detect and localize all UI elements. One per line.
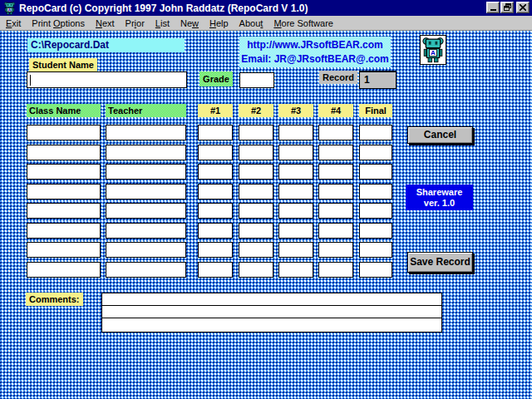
grid-input-n2-row8[interactable] bbox=[239, 262, 273, 278]
title-bar: A RepoCard (c) Copyright 1997 John Radda… bbox=[0, 0, 532, 16]
menu-item-next[interactable]: Next bbox=[96, 18, 115, 28]
save-record-button[interactable]: Save Record bbox=[407, 252, 473, 273]
cancel-button[interactable]: Cancel bbox=[407, 126, 473, 144]
grid-input-n4-row4[interactable] bbox=[318, 184, 353, 200]
grid-input-class-row8[interactable] bbox=[27, 262, 101, 278]
column-header-teacher: Teacher bbox=[106, 104, 186, 117]
grid-input-n4-row2[interactable] bbox=[318, 145, 353, 160]
comments-label: Comments: bbox=[26, 293, 83, 306]
menu-item-list[interactable]: List bbox=[155, 18, 170, 28]
grid-input-final-row1[interactable] bbox=[359, 125, 392, 140]
comments-line-2[interactable] bbox=[102, 306, 441, 318]
menu-item-new[interactable]: New bbox=[180, 18, 199, 28]
app-robot-icon: A bbox=[3, 2, 16, 15]
record-number-field: 1 bbox=[359, 71, 397, 89]
window-controls bbox=[485, 2, 530, 13]
grid-input-teacher-row7[interactable] bbox=[106, 242, 186, 258]
grid-input-n3-row5[interactable] bbox=[278, 203, 313, 219]
website-link[interactable]: http://www.JRsoftBEAR.com bbox=[239, 38, 391, 52]
grid-input-n2-row4[interactable] bbox=[239, 184, 273, 200]
grade-label: Grade bbox=[200, 71, 233, 86]
window-title: RepoCard (c) Copyright 1997 John Raddatz… bbox=[19, 2, 308, 14]
menu-item-help[interactable]: Help bbox=[209, 18, 229, 28]
grid-input-n3-row7[interactable] bbox=[278, 242, 313, 258]
grid-input-class-row2[interactable] bbox=[27, 145, 101, 160]
grid-input-teacher-row6[interactable] bbox=[106, 223, 186, 239]
grade-input[interactable] bbox=[239, 72, 274, 88]
grid-input-teacher-row4[interactable] bbox=[106, 184, 186, 200]
column-header-2: #2 bbox=[239, 104, 273, 117]
menu-item-print-options[interactable]: Print Options bbox=[32, 18, 85, 28]
text-caret bbox=[30, 75, 31, 86]
grid-input-n3-row6[interactable] bbox=[278, 223, 313, 239]
grid-input-class-row4[interactable] bbox=[27, 184, 101, 200]
grid-input-n1-row7[interactable] bbox=[198, 242, 233, 258]
grid-input-n3-row8[interactable] bbox=[278, 262, 313, 278]
grid-input-n2-row6[interactable] bbox=[239, 223, 273, 239]
comments-line-3[interactable] bbox=[102, 318, 441, 330]
grid-input-final-row4[interactable] bbox=[359, 184, 392, 200]
grid-input-final-row8[interactable] bbox=[359, 262, 392, 278]
grid-input-n3-row3[interactable] bbox=[278, 164, 313, 180]
menu-item-exit[interactable]: Exit bbox=[6, 18, 21, 28]
grid-input-final-row5[interactable] bbox=[359, 203, 392, 219]
grid-input-n2-row3[interactable] bbox=[239, 164, 273, 180]
student-name-input[interactable] bbox=[27, 71, 187, 88]
column-header-final: Final bbox=[359, 104, 392, 117]
grid-input-n3-row4[interactable] bbox=[278, 184, 313, 200]
grid-input-final-row6[interactable] bbox=[359, 223, 392, 239]
grid-input-n4-row7[interactable] bbox=[318, 242, 353, 258]
grid-input-n2-row1[interactable] bbox=[239, 125, 273, 140]
grid-input-class-row3[interactable] bbox=[27, 164, 101, 180]
student-name-label: Student Name bbox=[29, 58, 97, 72]
grid-input-n4-row3[interactable] bbox=[318, 164, 353, 180]
record-label: Record bbox=[319, 71, 357, 84]
grid-input-class-row1[interactable] bbox=[27, 125, 101, 140]
grid-input-n4-row6[interactable] bbox=[318, 223, 353, 239]
grid-input-n1-row4[interactable] bbox=[198, 184, 233, 200]
file-path-label: C:\Repocard.Dat bbox=[27, 38, 185, 52]
jrsoftbear-robot-icon: A bbox=[420, 35, 446, 65]
menu-item-more-software[interactable]: More Software bbox=[273, 18, 333, 28]
grid-input-n4-row1[interactable] bbox=[318, 125, 353, 140]
grid-input-n2-row7[interactable] bbox=[239, 242, 273, 258]
close-icon[interactable] bbox=[516, 2, 530, 13]
menu-item-prior[interactable]: Prior bbox=[126, 18, 145, 28]
comments-line-1[interactable] bbox=[102, 293, 441, 306]
column-header-4: #4 bbox=[318, 104, 353, 117]
grid-input-final-row7[interactable] bbox=[359, 242, 392, 258]
grid-input-n1-row3[interactable] bbox=[198, 164, 233, 180]
grid-input-n1-row6[interactable] bbox=[198, 223, 233, 239]
client-area: C:\Repocard.Dat http://www.JRsoftBEAR.co… bbox=[0, 31, 532, 399]
grid-input-teacher-row2[interactable] bbox=[106, 145, 186, 160]
grid-input-teacher-row1[interactable] bbox=[106, 125, 186, 140]
grid-input-class-row5[interactable] bbox=[27, 203, 101, 219]
menu-bar: ExitPrint OptionsNextPriorListNewHelpAbo… bbox=[0, 16, 532, 31]
grid-input-n1-row5[interactable] bbox=[198, 203, 233, 219]
menu-item-about[interactable]: About bbox=[239, 18, 264, 28]
repocard-window: A RepoCard (c) Copyright 1997 John Radda… bbox=[0, 0, 532, 399]
grid-input-n3-row1[interactable] bbox=[278, 125, 313, 140]
grid-input-n4-row8[interactable] bbox=[318, 262, 353, 278]
grid-input-final-row3[interactable] bbox=[359, 164, 392, 180]
grid-input-n1-row2[interactable] bbox=[198, 145, 233, 160]
grid-input-teacher-row8[interactable] bbox=[106, 262, 186, 278]
grid-input-n3-row2[interactable] bbox=[278, 145, 313, 160]
comments-input-box bbox=[101, 293, 442, 332]
grid-input-class-row7[interactable] bbox=[27, 242, 101, 258]
grid-input-n2-row2[interactable] bbox=[239, 145, 273, 160]
grid-input-final-row2[interactable] bbox=[359, 145, 392, 160]
minimize-icon[interactable] bbox=[486, 2, 500, 13]
grid-input-teacher-row3[interactable] bbox=[106, 164, 186, 180]
restore-icon[interactable] bbox=[500, 2, 514, 13]
grid-input-n2-row5[interactable] bbox=[239, 203, 273, 219]
email-link[interactable]: Email: JR@JRsoftBEAR@.com bbox=[239, 52, 391, 66]
grid-input-n1-row8[interactable] bbox=[198, 262, 233, 278]
grid-input-n4-row5[interactable] bbox=[318, 203, 353, 219]
svg-text:A: A bbox=[431, 49, 436, 57]
grid-input-n1-row1[interactable] bbox=[198, 125, 233, 140]
svg-text:A: A bbox=[8, 7, 11, 12]
grid-input-class-row6[interactable] bbox=[27, 223, 101, 239]
grid-input-teacher-row5[interactable] bbox=[106, 203, 186, 219]
shareware-badge: Shareware ver. 1.0 bbox=[406, 185, 473, 210]
